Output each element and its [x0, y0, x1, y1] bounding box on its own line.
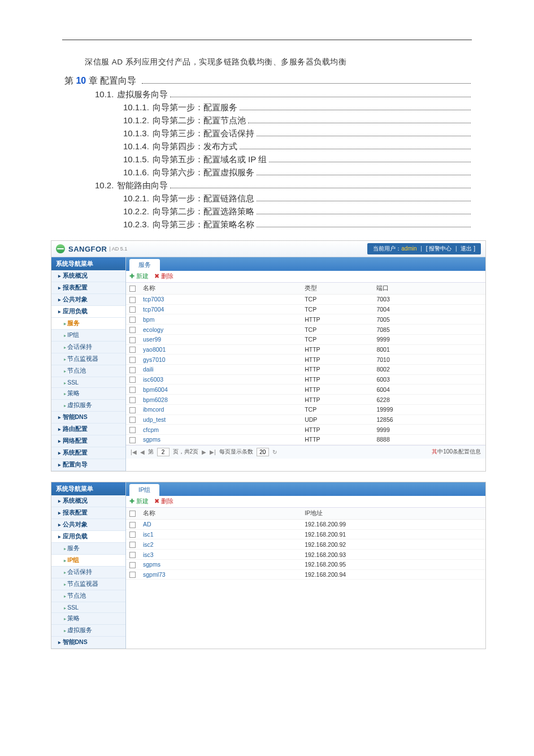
per-page-input[interactable] [257, 448, 269, 456]
select-all-checkbox[interactable] [129, 511, 136, 517]
toc-subsection[interactable]: 10.1.2.向导第二步：配置节点池 [123, 115, 246, 126]
row-checkbox[interactable] [129, 407, 136, 413]
sidebar-item[interactable]: 虚拟服务 [51, 625, 125, 637]
row-checkbox[interactable] [129, 347, 136, 353]
page-first[interactable]: |◀ [131, 449, 137, 455]
cell[interactable]: bpm6028 [140, 395, 301, 405]
sidebar-item[interactable]: IP组 [51, 555, 125, 567]
cell[interactable]: bpm6004 [140, 385, 301, 395]
cell[interactable]: yao8001 [140, 344, 301, 355]
delete-button[interactable]: 删除 [154, 498, 173, 506]
sidebar-item[interactable]: 应用负载 [51, 306, 125, 318]
page-prev[interactable]: ◀ [140, 449, 145, 455]
sidebar-item[interactable]: 网络配置 [51, 435, 125, 447]
row-checkbox[interactable] [129, 562, 136, 568]
sidebar-item[interactable]: 系统配置 [51, 447, 125, 459]
cell[interactable]: isc2 [140, 539, 301, 550]
sidebar-item[interactable]: 路由配置 [51, 424, 125, 435]
sidebar-item[interactable]: 智能DNS [51, 637, 125, 649]
cell[interactable]: gys7010 [140, 355, 301, 365]
sidebar-item[interactable]: 智能DNS [51, 412, 125, 424]
select-all-checkbox[interactable] [129, 286, 136, 292]
page-input[interactable] [157, 448, 170, 456]
row-checkbox[interactable] [129, 337, 136, 343]
tab-services[interactable]: 服务 [129, 259, 160, 271]
row-checkbox[interactable] [129, 572, 136, 578]
sidebar-item[interactable]: SSL [51, 377, 125, 388]
sidebar-item[interactable]: 节点池 [51, 365, 125, 377]
sidebar-item[interactable]: 节点监视器 [51, 578, 125, 590]
add-button[interactable]: 新建 [129, 273, 149, 280]
cell[interactable]: sgpml73 [140, 569, 301, 580]
toc-subsection[interactable]: 10.2.1.向导第一步：配置链路信息 [123, 193, 254, 204]
cell[interactable]: isc3 [140, 550, 301, 560]
row-checkbox[interactable] [129, 522, 136, 528]
sidebar-item[interactable]: 节点监视器 [51, 353, 125, 365]
cell[interactable]: tcp7004 [140, 304, 301, 314]
cell[interactable]: bpm [140, 314, 301, 325]
row-checkbox[interactable] [129, 317, 136, 323]
row-checkbox[interactable] [129, 397, 136, 403]
sidebar-item[interactable]: 报表配置 [51, 507, 125, 519]
row-checkbox[interactable] [129, 532, 136, 538]
toc-subsection[interactable]: 10.1.1.向导第一步：配置服务 [123, 102, 237, 113]
toc-subsection[interactable]: 10.1.3.向导第三步：配置会话保持 [123, 128, 254, 139]
cell[interactable]: udp_test [140, 414, 301, 425]
toc-subsection[interactable]: 10.1.5.向导第五步：配置域名或 IP 组 [123, 154, 267, 165]
sidebar-item[interactable]: 虚拟服务 [51, 400, 125, 412]
row-checkbox[interactable] [129, 297, 136, 303]
page-last[interactable]: ▶| [210, 449, 216, 455]
toc-subsection[interactable]: 10.2.2.向导第二步：配置选路策略 [123, 206, 254, 217]
add-button[interactable]: 新建 [129, 498, 149, 506]
sidebar-item[interactable]: 公共对象 [51, 519, 125, 531]
sidebar-item[interactable]: 系统概况 [51, 495, 125, 507]
cell[interactable]: ibmcord [140, 404, 301, 414]
sidebar-item[interactable]: 会话保持 [51, 342, 125, 353]
row-checkbox[interactable] [129, 327, 136, 333]
cell[interactable]: sgpms [140, 559, 301, 569]
row-checkbox[interactable] [129, 367, 136, 373]
sidebar-item[interactable]: SSL [51, 602, 125, 613]
row-checkbox[interactable] [129, 417, 136, 423]
row-checkbox[interactable] [129, 387, 136, 393]
sidebar-item[interactable]: 应用负载 [51, 531, 125, 543]
cell[interactable]: cfcpm [140, 425, 301, 435]
sidebar-item[interactable]: 策略 [51, 388, 125, 400]
sidebar-item[interactable]: 公共对象 [51, 294, 125, 306]
toc-section[interactable]: 10.1.虚拟服务向导 [95, 89, 168, 100]
cell[interactable]: isc6003 [140, 374, 301, 385]
row-checkbox[interactable] [129, 437, 136, 443]
logout-link[interactable]: 退出 ] [461, 245, 475, 252]
tab-ipgroup[interactable]: IP组 [129, 484, 159, 496]
sidebar-item[interactable]: IP组 [51, 330, 125, 342]
page-next[interactable]: ▶ [202, 449, 206, 455]
sidebar-item[interactable]: 会话保持 [51, 567, 125, 578]
cell[interactable]: tcp7003 [140, 295, 301, 305]
delete-button[interactable]: 删除 [154, 273, 173, 280]
toc-section[interactable]: 10.2.智能路由向导 [95, 180, 168, 191]
toc-subsection[interactable]: 10.1.6.向导第六步：配置虚拟服务 [123, 167, 254, 178]
row-checkbox[interactable] [129, 542, 136, 548]
cell[interactable]: daili [140, 365, 301, 375]
sidebar-item[interactable]: 系统概况 [51, 270, 125, 282]
sidebar-item[interactable]: 配置向导 [51, 459, 125, 471]
cell[interactable]: AD [140, 520, 301, 530]
toc-subsection[interactable]: 10.2.3.向导第三步：配置策略名称 [123, 219, 254, 230]
row-checkbox[interactable] [129, 427, 136, 433]
sidebar-item[interactable]: 策略 [51, 613, 125, 625]
row-checkbox[interactable] [129, 357, 136, 363]
row-checkbox[interactable] [129, 306, 136, 313]
cell[interactable]: sgpms [140, 435, 301, 445]
sidebar-item[interactable]: 服务 [51, 543, 125, 555]
cell[interactable]: isc1 [140, 529, 301, 539]
toc-subsection[interactable]: 10.1.4.向导第四步：发布方式 [123, 141, 237, 152]
cell[interactable]: user99 [140, 334, 301, 344]
cell[interactable]: ecology [140, 325, 301, 335]
alarm-link[interactable]: [ 报警中心 [426, 245, 452, 252]
row-checkbox[interactable] [129, 377, 136, 383]
sidebar-item[interactable]: 服务 [51, 318, 125, 330]
refresh-button[interactable]: ↻ [272, 449, 277, 455]
sidebar-item[interactable]: 报表配置 [51, 282, 125, 294]
sidebar-item[interactable]: 节点池 [51, 590, 125, 602]
row-checkbox[interactable] [129, 552, 136, 558]
